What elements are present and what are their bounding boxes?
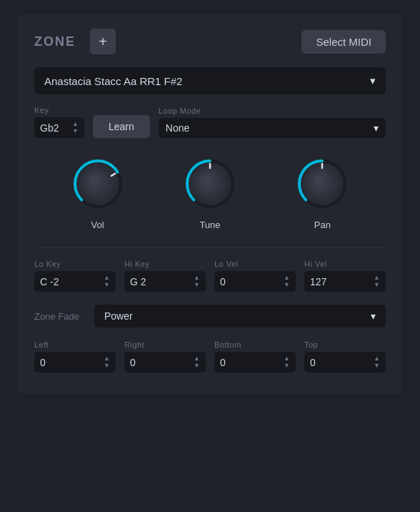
top-label: Top <box>304 340 386 349</box>
right-arrows[interactable]: ▲ ▼ <box>194 355 200 369</box>
sample-name: Anastacia Stacc Aa RR1 F#2 <box>44 75 182 87</box>
hi-key-arrows[interactable]: ▲ ▼ <box>194 275 200 288</box>
add-zone-button[interactable]: + <box>90 29 116 54</box>
down-arrow-icon: ▼ <box>72 128 79 134</box>
zone-fade-dropdown[interactable]: Power ▾ <box>94 305 386 328</box>
loop-mode-dropdown[interactable]: None ▾ <box>159 118 386 138</box>
bottom-spinner[interactable]: 0 ▲ ▼ <box>214 352 296 373</box>
right-value: 0 <box>130 357 189 368</box>
hi-vel-spinner[interactable]: 127 ▲ ▼ <box>304 271 386 292</box>
lo-vel-arrows[interactable]: ▲ ▼ <box>284 275 290 288</box>
left-spinner[interactable]: 0 ▲ ▼ <box>34 352 116 373</box>
key-spinner-arrows[interactable]: ▲ ▼ <box>72 121 79 134</box>
loop-mode-label: Loop Mode <box>159 107 386 115</box>
up-arrow-icon: ▲ <box>72 121 79 127</box>
zone-fade-row: Zone Fade Power ▾ <box>34 305 386 328</box>
zone-left: ZONE + <box>34 29 116 54</box>
bottom-arrows[interactable]: ▲ ▼ <box>284 355 290 369</box>
loop-mode-group: Loop Mode None ▾ <box>159 107 386 138</box>
down-arrow-icon: ▼ <box>194 363 200 369</box>
left-value: 0 <box>40 357 99 368</box>
lrbt-row: Left 0 ▲ ▼ Right 0 ▲ ▼ Bottom 0 <box>34 340 386 373</box>
down-arrow-icon: ▼ <box>284 363 290 369</box>
chevron-down-icon: ▾ <box>370 74 376 87</box>
down-arrow-icon: ▼ <box>194 282 200 288</box>
divider <box>34 247 386 248</box>
down-arrow-icon: ▼ <box>374 363 380 369</box>
up-arrow-icon: ▲ <box>104 355 110 362</box>
key-value: Gb2 <box>40 122 68 134</box>
left-label: Left <box>34 340 116 349</box>
lo-key-group: Lo Key C -2 ▲ ▼ <box>34 260 116 292</box>
loop-mode-value: None <box>166 122 189 134</box>
lo-key-label: Lo Key <box>34 260 116 268</box>
down-arrow-icon: ▼ <box>104 363 110 369</box>
loop-chevron-icon: ▾ <box>374 122 379 134</box>
down-arrow-icon: ▼ <box>284 282 290 288</box>
key-vel-row: Lo Key C -2 ▲ ▼ Hi Key G 2 ▲ ▼ Lo Vel <box>34 260 386 292</box>
bottom-group: Bottom 0 ▲ ▼ <box>214 340 296 373</box>
key-field-group: Key Gb2 ▲ ▼ <box>34 106 84 138</box>
zone-fade-label: Zone Fade <box>34 311 84 322</box>
lo-vel-value: 0 <box>220 276 279 287</box>
top-arrows[interactable]: ▲ ▼ <box>374 355 380 369</box>
right-label: Right <box>124 340 206 349</box>
hi-vel-group: Hi Vel 127 ▲ ▼ <box>304 260 386 292</box>
pan-label: Pan <box>314 220 331 230</box>
hi-vel-label: Hi Vel <box>304 260 386 268</box>
hi-key-group: Hi Key G 2 ▲ ▼ <box>124 260 206 292</box>
right-spinner[interactable]: 0 ▲ ▼ <box>124 352 206 373</box>
lo-vel-group: Lo Vel 0 ▲ ▼ <box>214 260 296 292</box>
pan-knob-group: Pan <box>294 155 351 230</box>
hi-vel-value: 127 <box>310 276 369 287</box>
bottom-value: 0 <box>220 357 279 368</box>
left-group: Left 0 ▲ ▼ <box>34 340 116 373</box>
key-spinner[interactable]: Gb2 ▲ ▼ <box>34 117 84 138</box>
right-group: Right 0 ▲ ▼ <box>124 340 206 373</box>
pan-knob[interactable] <box>294 155 351 212</box>
lo-vel-label: Lo Vel <box>214 260 296 268</box>
tune-knob-group: Tune <box>181 155 239 230</box>
up-arrow-icon: ▲ <box>194 275 200 281</box>
key-loop-row: Key Gb2 ▲ ▼ Learn Loop Mode None ▾ <box>34 106 386 138</box>
down-arrow-icon: ▼ <box>374 282 380 288</box>
bottom-label: Bottom <box>214 340 296 349</box>
select-midi-button[interactable]: Select MIDI <box>301 30 386 54</box>
zone-fade-value: Power <box>104 310 133 322</box>
hi-key-value: G 2 <box>130 276 189 287</box>
lo-key-spinner[interactable]: C -2 ▲ ▼ <box>34 271 116 292</box>
tune-knob[interactable] <box>181 155 239 212</box>
up-arrow-icon: ▲ <box>284 275 290 281</box>
sample-dropdown[interactable]: Anastacia Stacc Aa RR1 F#2 ▾ <box>34 67 386 94</box>
up-arrow-icon: ▲ <box>374 275 380 281</box>
header-row: ZONE + Select MIDI <box>34 29 386 54</box>
lo-vel-spinner[interactable]: 0 ▲ ▼ <box>214 271 296 292</box>
zone-panel: ZONE + Select MIDI Anastacia Stacc Aa RR… <box>17 14 403 394</box>
left-arrows[interactable]: ▲ ▼ <box>104 355 110 369</box>
down-arrow-icon: ▼ <box>104 282 110 288</box>
lo-key-arrows[interactable]: ▲ ▼ <box>104 275 110 288</box>
top-value: 0 <box>310 357 369 368</box>
zone-fade-chevron-icon: ▾ <box>371 310 376 322</box>
up-arrow-icon: ▲ <box>104 275 110 281</box>
top-group: Top 0 ▲ ▼ <box>304 340 386 373</box>
up-arrow-icon: ▲ <box>194 355 200 362</box>
top-spinner[interactable]: 0 ▲ ▼ <box>304 352 386 373</box>
lo-key-value: C -2 <box>40 276 99 287</box>
key-label: Key <box>34 106 84 114</box>
up-arrow-icon: ▲ <box>374 355 380 362</box>
up-arrow-icon: ▲ <box>284 355 290 362</box>
knobs-row: Vol Tune Pan <box>34 155 386 230</box>
zone-label: ZONE <box>34 34 76 49</box>
hi-key-spinner[interactable]: G 2 ▲ ▼ <box>124 271 206 292</box>
tune-label: Tune <box>199 220 220 230</box>
vol-label: Vol <box>91 220 104 230</box>
learn-button[interactable]: Learn <box>93 115 150 138</box>
hi-key-label: Hi Key <box>124 260 206 268</box>
hi-vel-arrows[interactable]: ▲ ▼ <box>374 275 380 288</box>
vol-knob-group: Vol <box>69 155 126 230</box>
vol-knob[interactable] <box>69 155 126 212</box>
